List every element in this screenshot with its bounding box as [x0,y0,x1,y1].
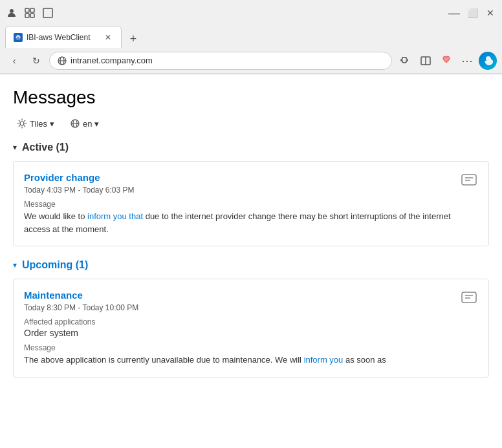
active-card-title: Provider change [24,172,135,183]
page-content: Messages Tiles ▾ en ▾ ▾ Active (1) Provi… [0,74,502,445]
svg-rect-4 [30,14,34,17]
split-screen-icon[interactable] [417,52,435,70]
globe-icon [70,118,80,129]
svg-rect-2 [30,8,34,12]
svg-rect-3 [25,14,29,17]
address-bar-row: ‹ ↻ intranet.company.com ⋯ [0,48,502,74]
browser-chrome: — ⬜ ✕ IBI-aws WebClient ✕ + ‹ ↻ intranet… [0,0,502,74]
svg-rect-1 [25,8,29,12]
upcoming-message-card: Maintenance Today 8:30 PM - Today 10:00 … [13,279,489,378]
svg-rect-5 [43,8,52,17]
tab-favicon [14,33,23,42]
active-message-card: Provider change Today 4:03 PM - Today 6:… [13,161,489,246]
add-tab-button[interactable]: + [124,30,142,48]
active-section-header[interactable]: ▾ Active (1) [13,142,489,153]
active-message-text: We would like to inform you that due to … [24,210,478,235]
browser-actions: ⋯ [396,52,497,70]
message-bubble-icon [460,172,478,193]
tab-grid-icon[interactable] [23,6,36,19]
refresh-button[interactable]: ↻ [27,52,45,70]
url-display: intranet.company.com [71,56,384,65]
edge-logo [479,52,497,70]
globe-icon [58,56,67,65]
favorites-icon[interactable] [437,52,455,70]
card-left: Provider change Today 4:03 PM - Today 6:… [24,172,135,200]
affected-value: Order system [24,328,478,338]
upcoming-message-text: The above application is currently unava… [24,354,478,367]
active-tab[interactable]: IBI-aws WebClient ✕ [5,26,122,48]
window-icon[interactable] [41,6,54,19]
upcoming-section-title: Upcoming (1) [22,259,88,271]
active-section-title: Active (1) [22,142,69,153]
lang-label: en [83,119,92,129]
minimize-icon[interactable]: — [448,6,461,19]
upcoming-card-left: Maintenance Today 8:30 PM - Today 10:00 … [24,290,138,317]
upcoming-section: ▾ Upcoming (1) Maintenance Today 8:30 PM… [13,259,489,378]
more-options-button[interactable]: ⋯ [458,52,476,70]
extensions-icon[interactable] [396,52,414,70]
upcoming-chevron-icon: ▾ [13,261,17,270]
upcoming-message-label: Message [24,343,478,352]
profile-icon[interactable] [5,6,18,19]
affected-label: Affected applications [24,317,478,326]
maximize-icon[interactable]: ⬜ [466,6,479,19]
tiles-label: Tiles [30,119,47,129]
active-chevron-icon: ▾ [13,143,17,152]
svg-rect-16 [462,175,476,185]
language-button[interactable]: en ▾ [66,116,103,131]
upcoming-card-header: Maintenance Today 8:30 PM - Today 10:00 … [24,290,478,317]
upcoming-card-time: Today 8:30 PM - Today 10:00 PM [24,303,138,312]
title-bar: — ⬜ ✕ [0,0,502,26]
active-section: ▾ Active (1) Provider change Today 4:03 … [13,142,489,246]
tab-title: IBI-aws WebClient [27,33,99,42]
upcoming-message-bubble-icon [460,290,478,310]
address-bar[interactable]: intranet.company.com [49,52,392,70]
svg-rect-19 [462,292,476,303]
active-card-time: Today 4:03 PM - Today 6:03 PM [24,186,135,195]
upcoming-section-header[interactable]: ▾ Upcoming (1) [13,259,489,271]
tiles-button[interactable]: Tiles ▾ [13,116,58,131]
tiles-chevron: ▾ [50,119,54,129]
tab-bar: IBI-aws WebClient ✕ + [0,26,502,48]
active-message-label: Message [24,200,478,209]
lang-chevron: ▾ [94,119,99,129]
card-header: Provider change Today 4:03 PM - Today 6:… [24,172,478,200]
upcoming-card-title: Maintenance [24,290,138,301]
toolbar: Tiles ▾ en ▾ [13,116,489,131]
tab-close-button[interactable]: ✕ [103,32,113,43]
back-button[interactable]: ‹ [5,52,23,70]
close-icon[interactable]: ✕ [484,6,497,19]
gear-icon [17,118,27,129]
svg-point-0 [10,9,14,13]
page-title: Messages [13,87,489,108]
svg-point-12 [20,122,24,125]
